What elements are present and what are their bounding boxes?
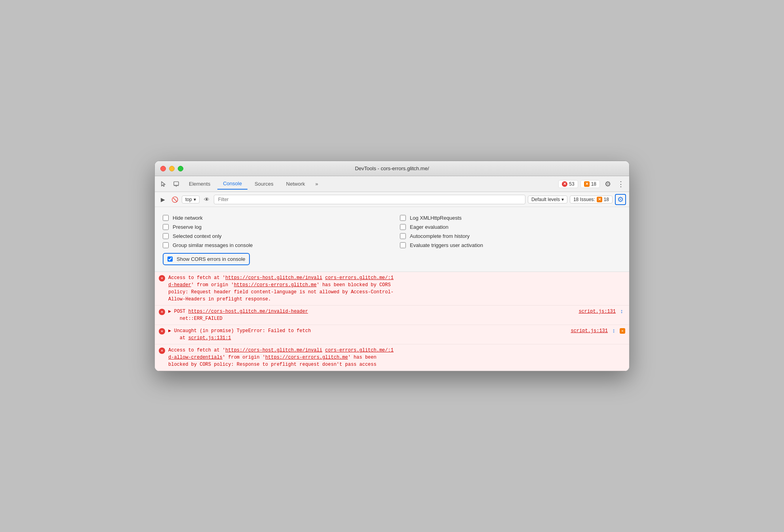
live-expressions-button[interactable]: 👁 [202, 195, 211, 204]
entry-3-nav-icon[interactable]: ↕ [610, 327, 617, 334]
warning-count-badge[interactable]: ✕ 18 [580, 180, 600, 188]
show-cors-checkbox[interactable] [167, 256, 173, 262]
issues-label: 18 Issues: [573, 197, 595, 202]
error-icon: ✕ [562, 181, 567, 187]
entry-4-link-3[interactable]: d-allow-credentials [168, 355, 223, 360]
settings-grid: Hide network Preserve log Selected conte… [163, 213, 621, 250]
error-icon-4: ✕ [159, 348, 165, 354]
eager-eval-row: Eager evaluation [400, 222, 621, 232]
entry-2-text: ▶ POST https://cors-host.glitch.me/inval… [168, 308, 571, 322]
hide-network-checkbox[interactable] [163, 215, 169, 221]
cursor-icon [160, 181, 167, 187]
title-bar: DevTools - cors-errors.glitch.me/ [155, 161, 629, 176]
entry-1-link-4[interactable]: https://cors-errors.glitch.me [234, 282, 317, 288]
execute-button[interactable]: ▶ [158, 195, 167, 204]
selected-context-label[interactable]: Selected context only [173, 233, 222, 239]
preserve-log-label[interactable]: Preserve log [173, 224, 202, 230]
entry-2-expand[interactable]: ▶ [168, 309, 171, 314]
group-similar-label[interactable]: Group similar messages in console [173, 242, 253, 248]
window-title: DevTools - cors-errors.glitch.me/ [355, 165, 429, 171]
tab-network[interactable]: Network [281, 179, 311, 189]
entry-2-source[interactable]: script.js:131 [578, 308, 616, 315]
console-toolbar: ▶ 🚫 top ▾ 👁 Default levels ▾ 18 Issues: … [155, 192, 629, 207]
context-dropdown-icon: ▾ [194, 197, 196, 202]
maximize-button[interactable] [178, 166, 183, 171]
hide-network-label[interactable]: Hide network [173, 215, 203, 221]
devtools-window: DevTools - cors-errors.glitch.me/ Elemen… [154, 161, 630, 371]
context-label: top [185, 197, 192, 202]
evaluate-triggers-label[interactable]: Evaluate triggers user activation [410, 242, 483, 248]
log-xml-row: Log XMLHttpRequests [400, 213, 621, 222]
settings-col-left: Hide network Preserve log Selected conte… [163, 213, 384, 250]
minimize-button[interactable] [169, 166, 175, 171]
autocomplete-label[interactable]: Autocomplete from history [410, 233, 470, 239]
console-entry-2: ✕ ▶ POST https://cors-host.glitch.me/inv… [155, 306, 629, 325]
issues-count: 18 [604, 197, 609, 202]
more-tabs-button[interactable]: » [312, 179, 321, 188]
more-options-button[interactable]: ⋮ [616, 178, 626, 190]
issues-warning-icon: ✕ [597, 197, 602, 202]
error-icon-1: ✕ [159, 275, 165, 281]
entry-1-link-1[interactable]: https://cors-host.glitch.me/invali [225, 275, 322, 281]
entry-2-right: script.js:131 ↕ [574, 308, 625, 315]
warning-icon: ✕ [584, 181, 590, 187]
evaluate-triggers-checkbox[interactable] [400, 242, 406, 248]
console-entry-1: ✕ Access to fetch at 'https://cors-host.… [155, 272, 629, 306]
entry-4-text: Access to fetch at 'https://cors-host.gl… [168, 347, 625, 368]
selected-context-checkbox[interactable] [163, 233, 169, 239]
svg-rect-0 [174, 182, 179, 185]
show-cors-row: Show CORS errors in console [163, 253, 250, 265]
entry-3-source[interactable]: script.js:131 [571, 327, 608, 334]
warning-count: 18 [591, 181, 596, 187]
close-button[interactable] [160, 166, 166, 171]
entry-1-link-3[interactable]: d-header [168, 282, 191, 288]
log-xml-checkbox[interactable] [400, 215, 406, 221]
entry-3-expand[interactable]: ▶ [168, 328, 171, 334]
settings-col-right: Log XMLHttpRequests Eager evaluation Aut… [400, 213, 621, 250]
entry-4-link-2[interactable]: cors-errors.glitch.me/:1 [325, 348, 394, 353]
entry-2-post-link[interactable]: https://cors-host.glitch.me/invalid-head… [188, 309, 308, 314]
group-similar-checkbox[interactable] [163, 242, 169, 248]
entry-4-link-4[interactable]: https://cors-errors.glitch.me [265, 355, 348, 360]
error-count: 53 [569, 181, 574, 187]
levels-label: Default levels [531, 197, 560, 202]
inspect-icon [173, 181, 179, 187]
levels-dropdown-icon: ▾ [561, 197, 564, 202]
settings-button[interactable]: ⚙ [602, 179, 613, 190]
entry-3-close-icon[interactable]: ✕ [620, 328, 625, 334]
console-entry-3: ✕ ▶ Uncaught (in promise) TypeError: Fai… [155, 325, 629, 344]
tab-sources[interactable]: Sources [249, 179, 279, 189]
error-icon-2: ✕ [159, 309, 165, 315]
show-cors-label[interactable]: Show CORS errors in console [177, 256, 245, 262]
tab-console[interactable]: Console [217, 178, 247, 190]
entry-1-link-2[interactable]: cors-errors.glitch.me/:1 [325, 275, 394, 281]
entry-2-nav-icon[interactable]: ↕ [618, 308, 625, 315]
filter-input[interactable] [214, 195, 525, 204]
entry-3-text: ▶ Uncaught (in promise) TypeError: Faile… [168, 327, 563, 342]
console-entries: ✕ Access to fetch at 'https://cors-host.… [155, 272, 629, 371]
log-xml-label[interactable]: Log XMLHttpRequests [410, 215, 462, 221]
console-settings-button[interactable]: ⚙ [615, 194, 626, 205]
entry-1-text: Access to fetch at 'https://cors-host.gl… [168, 274, 625, 303]
context-selector[interactable]: top ▾ [182, 196, 200, 203]
clear-console-button[interactable]: 🚫 [170, 195, 179, 204]
tab-elements[interactable]: Elements [183, 179, 216, 189]
autocomplete-row: Autocomplete from history [400, 232, 621, 241]
log-levels-selector[interactable]: Default levels ▾ [528, 196, 567, 203]
group-similar-row: Group similar messages in console [163, 241, 384, 250]
pointer-tool-button[interactable] [158, 179, 169, 190]
error-count-badge[interactable]: ✕ 53 [558, 180, 578, 188]
inspect-button[interactable] [171, 179, 182, 190]
preserve-log-checkbox[interactable] [163, 224, 169, 230]
autocomplete-checkbox[interactable] [400, 233, 406, 239]
toolbar-right: ✕ 53 ✕ 18 ⚙ ⋮ [558, 178, 626, 190]
settings-panel: Hide network Preserve log Selected conte… [155, 207, 629, 272]
eager-eval-checkbox[interactable] [400, 224, 406, 230]
eager-eval-label[interactable]: Eager evaluation [410, 224, 449, 230]
evaluate-triggers-row: Evaluate triggers user activation [400, 241, 621, 250]
main-toolbar: Elements Console Sources Network » ✕ 53 … [155, 176, 629, 192]
entry-4-link-1[interactable]: https://cors-host.glitch.me/invali [225, 348, 322, 353]
issues-badge[interactable]: 18 Issues: ✕ 18 [570, 196, 613, 203]
entry-3-script-link[interactable]: script.js:131:1 [188, 335, 231, 341]
traffic-lights [160, 166, 183, 171]
